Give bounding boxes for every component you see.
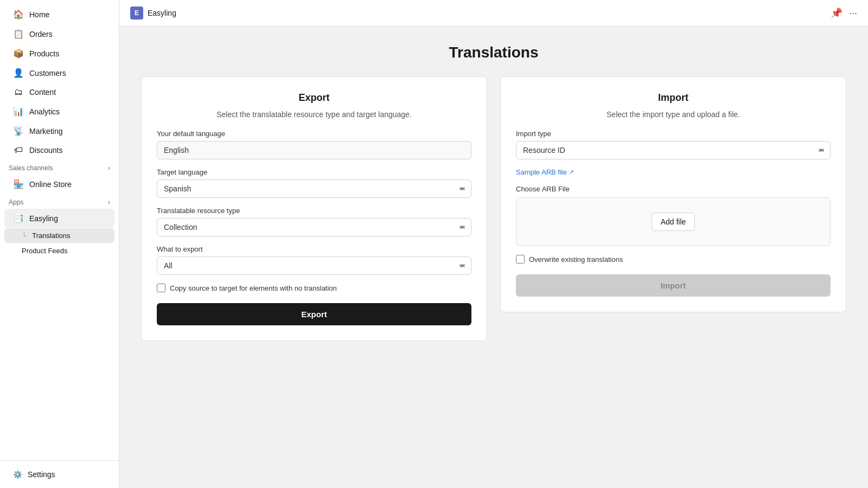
what-to-export-group: What to export All: [157, 245, 471, 275]
export-card: Export Select the translatable resource …: [141, 76, 487, 341]
topbar-left: E Easyling: [130, 7, 176, 20]
easyling-icon: 📑: [13, 213, 24, 223]
sidebar-item-content[interactable]: 🗂 Content: [4, 83, 114, 101]
sidebar-item-customers[interactable]: 👤 Customers: [4, 63, 114, 82]
target-language-select[interactable]: Spanish: [157, 179, 471, 198]
sidebar-item-settings[interactable]: ⚙️ Settings: [4, 466, 114, 483]
chevron-right-icon: ›: [108, 198, 110, 206]
choose-file-label: Choose ARB File: [516, 185, 831, 193]
add-file-button[interactable]: Add file: [652, 213, 695, 231]
export-button[interactable]: Export: [157, 303, 471, 325]
default-language-label: Your default language: [157, 130, 471, 138]
target-language-group: Target language Spanish: [157, 168, 471, 198]
page-content: Translations Export Select the translata…: [119, 27, 868, 488]
export-card-title: Export: [157, 92, 471, 104]
marketing-icon: 📡: [13, 126, 24, 136]
choose-file-group: Choose ARB File Add file: [516, 185, 831, 246]
apps-label: Apps: [9, 198, 23, 206]
more-options-icon[interactable]: ···: [849, 8, 857, 19]
home-icon: 🏠: [13, 9, 24, 20]
sample-arb-link-label: Sample ARB file: [516, 168, 567, 176]
sidebar-item-product-feeds[interactable]: Product Feeds: [4, 243, 114, 258]
sidebar-item-marketing[interactable]: 📡 Marketing: [4, 121, 114, 140]
sidebar-item-label: Product Feeds: [22, 247, 68, 255]
sidebar-item-label: Online Store: [29, 180, 72, 189]
external-link-icon: ↗: [569, 169, 574, 176]
file-drop-area[interactable]: Add file: [516, 197, 831, 246]
sidebar-item-translations[interactable]: └ Translations: [4, 228, 114, 243]
tree-connector: └: [22, 232, 27, 240]
import-card-subtitle: Select the import type and upload a file…: [516, 110, 831, 119]
import-type-group: Import type Resource ID: [516, 130, 831, 159]
target-language-label: Target language: [157, 168, 471, 176]
customers-icon: 👤: [13, 68, 24, 78]
sidebar-item-label: Translations: [32, 232, 70, 240]
import-type-label: Import type: [516, 130, 831, 138]
sidebar-item-easyling[interactable]: 📑 Easyling: [4, 209, 114, 228]
default-language-input: [157, 141, 471, 159]
sidebar-item-label: Discounts: [29, 146, 62, 155]
sidebar-item-label: Orders: [29, 30, 53, 38]
what-to-export-label: What to export: [157, 245, 471, 253]
resource-type-group: Translatable resource type Collection: [157, 207, 471, 236]
copy-source-checkbox-row: Copy source to target for elements with …: [157, 284, 471, 292]
sales-channels-label: Sales channels: [9, 164, 53, 172]
products-icon: 📦: [13, 48, 24, 59]
sample-arb-link[interactable]: Sample ARB file ↗: [516, 168, 831, 176]
sidebar: 🏠 Home 📋 Orders 📦 Products 👤 Customers 🗂…: [0, 0, 119, 488]
chevron-right-icon: ›: [108, 164, 110, 172]
cards-row: Export Select the translatable resource …: [141, 76, 846, 341]
sidebar-bottom: ⚙️ Settings: [0, 460, 119, 488]
import-card: Import Select the import type and upload…: [500, 76, 846, 312]
sidebar-item-label: Marketing: [29, 127, 62, 136]
settings-icon: ⚙️: [13, 470, 22, 479]
sales-channels-section: Sales channels ›: [0, 160, 119, 174]
sidebar-item-label: Content: [29, 88, 56, 97]
import-card-title: Import: [516, 92, 831, 104]
sidebar-item-label: Analytics: [29, 107, 60, 116]
default-language-group: Your default language: [157, 130, 471, 159]
analytics-icon: 📊: [13, 106, 24, 117]
sidebar-item-label: Home: [29, 10, 49, 19]
sidebar-item-products[interactable]: 📦 Products: [4, 44, 114, 63]
sidebar-item-label: Easyling: [29, 214, 58, 223]
main-area: E Easyling 📌 ··· Translations Export Sel…: [119, 0, 868, 488]
sidebar-item-label: Settings: [28, 470, 55, 479]
orders-icon: 📋: [13, 29, 24, 39]
sidebar-nav: 🏠 Home 📋 Orders 📦 Products 👤 Customers 🗂…: [0, 0, 119, 460]
resource-type-label: Translatable resource type: [157, 207, 471, 215]
copy-source-checkbox[interactable]: [157, 284, 165, 292]
sidebar-item-label: Customers: [29, 69, 66, 78]
import-button[interactable]: Import: [516, 274, 831, 297]
export-card-subtitle: Select the translatable resource type an…: [157, 110, 471, 119]
sidebar-item-discounts[interactable]: 🏷 Discounts: [4, 141, 114, 159]
import-type-select[interactable]: Resource ID: [516, 141, 831, 159]
sidebar-item-online-store[interactable]: 🏪 Online Store: [4, 175, 114, 194]
sidebar-item-label: Products: [29, 49, 59, 58]
what-to-export-select[interactable]: All: [157, 256, 471, 275]
app-name: Easyling: [148, 9, 176, 17]
overwrite-checkbox-row: Overwrite existing translations: [516, 255, 831, 264]
topbar: E Easyling 📌 ···: [119, 0, 868, 27]
pin-icon[interactable]: 📌: [831, 7, 843, 19]
apps-section: Apps ›: [0, 194, 119, 208]
sidebar-item-home[interactable]: 🏠 Home: [4, 5, 114, 24]
topbar-right: 📌 ···: [831, 7, 857, 19]
content-icon: 🗂: [13, 87, 24, 97]
overwrite-label: Overwrite existing translations: [529, 255, 623, 264]
sidebar-item-orders[interactable]: 📋 Orders: [4, 24, 114, 43]
resource-type-select[interactable]: Collection: [157, 218, 471, 236]
page-title: Translations: [141, 44, 846, 61]
sidebar-item-analytics[interactable]: 📊 Analytics: [4, 102, 114, 121]
app-icon: E: [130, 7, 143, 20]
discounts-icon: 🏷: [13, 145, 24, 155]
copy-source-label: Copy source to target for elements with …: [170, 284, 337, 292]
overwrite-checkbox[interactable]: [516, 255, 525, 264]
online-store-icon: 🏪: [13, 179, 24, 189]
